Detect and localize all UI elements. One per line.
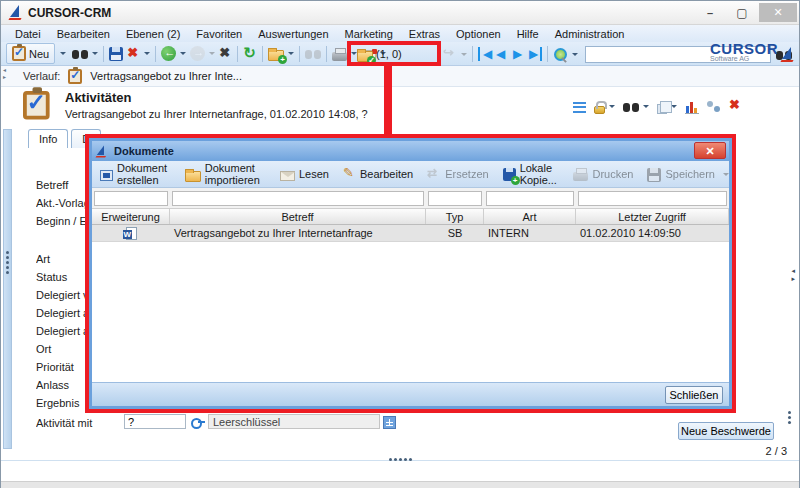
nav-prev-button[interactable] [493, 46, 510, 62]
quick-search-button[interactable] [551, 46, 580, 63]
relation-icon[interactable] [705, 99, 723, 114]
separator[interactable] [155, 46, 156, 62]
dialog-close-button[interactable] [694, 142, 726, 159]
menu-extras[interactable]: Extras [401, 27, 448, 41]
dialog-title-bar[interactable]: Dokumente [92, 141, 729, 161]
lesen-button[interactable]: Lesen [280, 168, 329, 181]
vendor-name: CURSOR [710, 43, 778, 55]
search-icon[interactable] [621, 99, 651, 114]
ersetzen-button[interactable]: Ersetzen [427, 166, 488, 182]
separator[interactable] [472, 46, 473, 62]
column-header[interactable]: Art [484, 209, 576, 224]
minimize-button[interactable] [695, 3, 725, 22]
speichern-button[interactable]: Speichern [647, 167, 729, 182]
toolbar-icon [495, 47, 508, 61]
filter-art[interactable] [486, 191, 574, 206]
neu-dropdown-icon[interactable] [60, 52, 66, 55]
delete-button[interactable] [125, 45, 152, 63]
back-button[interactable] [159, 45, 188, 62]
filter-letzter-zugriff[interactable] [578, 191, 727, 206]
collapse-handle-left[interactable]: ◂▸ [3, 67, 6, 81]
column-header[interactable]: Erweiterung [92, 209, 170, 224]
lokale-kopie-button[interactable]: Lokale Kopie... [503, 162, 560, 186]
column-header[interactable]: Betreff [170, 209, 426, 224]
toolbar-icon [127, 46, 140, 62]
close-button[interactable] [759, 3, 797, 22]
right-drag-handle[interactable] [788, 411, 791, 414]
tab-info[interactable]: Info [28, 129, 68, 148]
schliessen-button[interactable]: Schließen [665, 386, 723, 404]
toolbar-icon [529, 47, 542, 61]
dokument-erstellen-button[interactable]: Dokument erstellen [100, 162, 171, 186]
word-document-icon [126, 227, 137, 240]
toolbar-icon [268, 50, 284, 61]
forward-button[interactable] [188, 45, 217, 62]
table-empty-area [92, 242, 729, 382]
menu-optionen[interactable]: Optionen [448, 27, 509, 41]
menu-hilfe[interactable]: Hilfe [509, 27, 547, 41]
separator[interactable] [547, 46, 548, 62]
menu-datei[interactable]: Datei [7, 27, 49, 41]
main-toolbar: Neu (1, 0) [1, 42, 799, 66]
key-icon[interactable] [191, 418, 206, 427]
menu-marketing[interactable]: Marketing [337, 27, 401, 41]
menu-bar: DateiBearbeitenEbenen (2)FavoritenAuswer… [1, 25, 799, 42]
header-action-icon [729, 98, 742, 114]
close-record-button[interactable] [217, 45, 234, 63]
dialog-toolbar-icon [503, 168, 516, 181]
drucken-button[interactable]: Drucken [573, 167, 633, 181]
nav-last-button[interactable] [527, 46, 544, 62]
neu-button[interactable]: Neu [6, 43, 55, 64]
separator[interactable] [326, 46, 327, 62]
dialog-toolbar-icon [427, 166, 441, 182]
menu-auswertungen[interactable]: Auswertungen [250, 27, 336, 41]
aktivitaet-mit-input[interactable] [124, 414, 186, 429]
maximize-button[interactable] [727, 3, 757, 22]
lock-icon[interactable] [592, 98, 617, 115]
filter-erweiterung[interactable] [94, 191, 168, 206]
column-header[interactable]: Typ [426, 209, 484, 224]
save-button[interactable] [107, 45, 125, 62]
bottom-drag-handle[interactable] [389, 458, 392, 461]
nav-first-button[interactable] [476, 46, 493, 62]
documents-count-button[interactable]: (1, 0) [353, 43, 406, 65]
cell-typ: SB [426, 225, 484, 241]
menu-favoriten[interactable]: Favoriten [188, 27, 250, 41]
table-row[interactable]: Vertragsangebot zu Ihrer Internetanfrage… [92, 225, 729, 242]
left-drag-handle[interactable] [6, 251, 9, 254]
copy-layers-icon[interactable] [655, 98, 679, 115]
label-aktivitaet-mit: Aktivität mit [36, 417, 94, 429]
neue-beschwerde-button[interactable]: Neue Beschwerde [678, 422, 774, 440]
history-bar: Verlauf: Vertragsangebot zu Ihrer Inte..… [1, 66, 799, 87]
menu-administration[interactable]: Administration [547, 27, 633, 41]
filter-betreff[interactable] [172, 191, 424, 206]
menu-ebenen[interactable]: Ebenen (2) [118, 27, 188, 41]
history-item[interactable]: Vertragsangebot zu Ihrer Inte... [90, 70, 242, 82]
column-header[interactable]: Letzter Zugriff [576, 209, 729, 224]
list-view-icon[interactable] [571, 98, 588, 114]
dialog-toolbar-icon [280, 171, 295, 181]
refresh-button[interactable] [241, 45, 259, 63]
lookup-grid-button[interactable] [383, 416, 396, 429]
chart-icon[interactable] [683, 98, 701, 115]
toolbar-icon [190, 46, 205, 61]
separator[interactable] [262, 46, 263, 62]
dokument-importieren-button[interactable]: Dokument importieren [185, 162, 266, 186]
nav-next-button[interactable] [510, 46, 527, 62]
close-view-icon[interactable] [727, 97, 744, 115]
folder-add-button[interactable] [266, 45, 296, 62]
filter-typ[interactable] [428, 191, 482, 206]
compare-button[interactable] [303, 46, 323, 61]
search-binoculars-button[interactable] [70, 46, 100, 61]
bearbeiten-button[interactable]: Bearbeiten [343, 166, 413, 182]
collapse-handle-right[interactable]: ◂▸ [791, 267, 795, 283]
separator[interactable] [299, 46, 300, 62]
separator[interactable] [103, 46, 104, 62]
separator[interactable] [237, 46, 238, 62]
status-bar [1, 481, 799, 488]
menu-bearbeiten[interactable]: Bearbeiten [49, 27, 118, 41]
left-panel-strip[interactable] [3, 129, 12, 449]
clipboard-icon [12, 46, 26, 61]
send-button[interactable] [441, 45, 469, 63]
cell-letzter-zugriff: 01.02.2010 14:09:50 [576, 225, 729, 241]
